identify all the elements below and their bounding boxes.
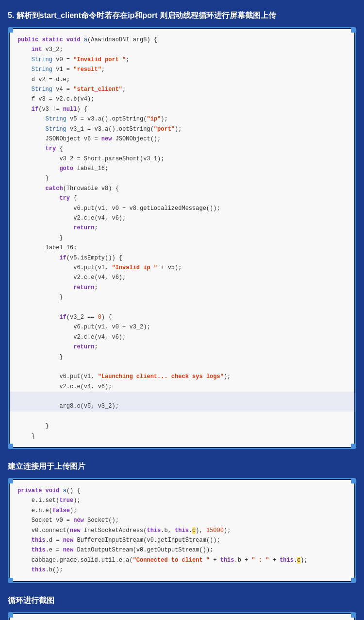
section-2: 建立连接用于上传图片 private void a() { e.i.set(tr… <box>8 461 356 583</box>
code-content-1: public static void a(AawidnaoDNI arg8) {… <box>10 29 354 447</box>
section-3-title: 循环进行截图 <box>8 595 356 606</box>
code-content-3: public void run() { try { while(true) { … <box>10 614 354 620</box>
code-content-2: private void a() { e.i.set(true); e.h.e(… <box>10 480 354 581</box>
section-2-title: 建立连接用于上传图片 <box>8 461 356 472</box>
code-block-1: public static void a(AawidnaoDNI arg8) {… <box>8 27 356 449</box>
code-block-3: public void run() { try { while(true) { … <box>8 612 356 620</box>
code-block-2: private void a() { e.i.set(true); e.h.e(… <box>8 478 356 583</box>
section-3: 循环进行截图 public void run() { try { while(t… <box>8 595 356 620</box>
section-1: 5. 解析到start_client命令时若存在ip和port 则启动线程循环进… <box>8 10 356 449</box>
section-1-title: 5. 解析到start_client命令时若存在ip和port 则启动线程循环进… <box>8 10 356 21</box>
